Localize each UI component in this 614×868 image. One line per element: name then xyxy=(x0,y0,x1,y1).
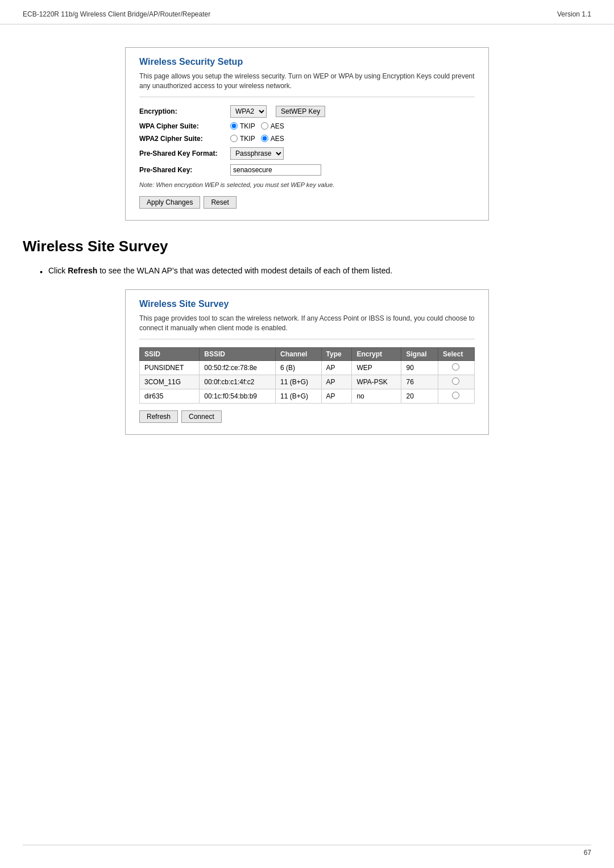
cell-bssid: 00:0f:cb:c1:4f:c2 xyxy=(200,375,276,389)
wpa2-aes-radio[interactable] xyxy=(261,135,268,142)
wpa2-tkip-label: TKIP xyxy=(240,135,255,143)
security-panel-title: Wireless Security Setup xyxy=(139,57,475,67)
table-row: 3COM_11G 00:0f:cb:c1:4f:c2 11 (B+G) AP W… xyxy=(140,375,475,389)
wep-note: Note: When encryption WEP is selected, y… xyxy=(139,181,475,188)
apply-changes-button[interactable]: Apply Changes xyxy=(139,196,200,209)
cell-channel: 6 (B) xyxy=(276,360,322,375)
bullet-symbol: ▪ xyxy=(40,265,43,278)
cell-encrypt: no xyxy=(352,389,401,403)
cell-select[interactable] xyxy=(438,375,475,389)
wpa-cipher-label: WPA Cipher Suite: xyxy=(139,122,230,130)
select-radio-0[interactable] xyxy=(452,363,459,371)
wpa-cipher-row: WPA Cipher Suite: TKIP AES xyxy=(139,122,475,130)
psk-format-label: Pre-Shared Key Format: xyxy=(139,149,230,157)
cell-select[interactable] xyxy=(438,389,475,403)
refresh-button[interactable]: Refresh xyxy=(139,410,178,423)
col-encrypt: Encrypt xyxy=(352,347,401,360)
col-signal: Signal xyxy=(401,347,438,360)
security-buttons: Apply Changes Reset xyxy=(139,196,475,209)
cell-ssid: 3COM_11G xyxy=(140,375,200,389)
site-survey-bullet: ▪ Click Refresh to see the WLAN AP’s tha… xyxy=(40,264,591,278)
security-panel-desc: This page allows you setup the wireless … xyxy=(139,72,475,97)
cell-type: AP xyxy=(321,375,352,389)
cell-signal: 76 xyxy=(401,375,438,389)
select-radio-1[interactable] xyxy=(452,377,459,385)
site-survey-panel-title: Wireless Site Survey xyxy=(139,299,475,309)
wpa-tkip-radio[interactable] xyxy=(230,122,238,130)
psk-row: Pre-Shared Key: xyxy=(139,164,475,176)
wpa-aes-radio[interactable] xyxy=(261,122,268,130)
refresh-bold: Refresh xyxy=(68,266,97,275)
col-select: Select xyxy=(438,347,475,360)
bullet-content: Click Refresh to see the WLAN AP’s that … xyxy=(48,264,392,277)
table-header-row: SSID BSSID Channel Type Encrypt Signal S… xyxy=(140,347,475,360)
cell-type: AP xyxy=(321,389,352,403)
site-survey-panel: Wireless Site Survey This page provides … xyxy=(125,289,489,435)
wpa-aes-option[interactable]: AES xyxy=(261,122,284,130)
cell-encrypt: WEP xyxy=(352,360,401,375)
header-left: ECB-1220R 11b/g Wireless Client Bridge/A… xyxy=(23,10,210,18)
header-right: Version 1.1 xyxy=(557,10,591,18)
col-ssid: SSID xyxy=(140,347,200,360)
wpa-tkip-option[interactable]: TKIP xyxy=(230,122,255,130)
page-number: 67 xyxy=(584,849,591,857)
select-radio-2[interactable] xyxy=(452,392,459,399)
psk-label: Pre-Shared Key: xyxy=(139,166,230,174)
cell-encrypt: WPA-PSK xyxy=(352,375,401,389)
security-panel: Wireless Security Setup This page allows… xyxy=(125,47,489,221)
cell-bssid: 00:1c:f0:54:bb:b9 xyxy=(200,389,276,403)
wpa2-aes-option[interactable]: AES xyxy=(261,135,284,143)
wpa2-aes-label: AES xyxy=(271,135,284,143)
cell-ssid: PUNSIDNET xyxy=(140,360,200,375)
cell-ssid: dir635 xyxy=(140,389,200,403)
page-footer: 67 xyxy=(23,845,591,857)
wpa2-cipher-row: WPA2 Cipher Suite: TKIP AES xyxy=(139,135,475,143)
connect-button[interactable]: Connect xyxy=(181,410,222,423)
psk-format-select[interactable]: Passphrase Hex xyxy=(230,147,284,160)
table-row: PUNSIDNET 00:50:f2:ce:78:8e 6 (B) AP WEP… xyxy=(140,360,475,375)
reset-button[interactable]: Reset xyxy=(204,196,236,209)
wpa2-tkip-radio[interactable] xyxy=(230,135,238,142)
cell-signal: 90 xyxy=(401,360,438,375)
col-channel: Channel xyxy=(276,347,322,360)
bullet-after: to see the WLAN AP’s that was detected w… xyxy=(97,266,392,275)
site-survey-panel-desc: This page provides tool to scan the wire… xyxy=(139,314,475,339)
survey-buttons: Refresh Connect xyxy=(139,410,475,423)
cell-channel: 11 (B+G) xyxy=(276,375,322,389)
cell-select[interactable] xyxy=(438,360,475,375)
encryption-label: Encryption: xyxy=(139,107,230,115)
wpa2-cipher-label: WPA2 Cipher Suite: xyxy=(139,135,230,143)
wpa2-tkip-option[interactable]: TKIP xyxy=(230,135,255,143)
psk-format-row: Pre-Shared Key Format: Passphrase Hex xyxy=(139,147,475,160)
site-survey-table: SSID BSSID Channel Type Encrypt Signal S… xyxy=(139,347,475,404)
table-row: dir635 00:1c:f0:54:bb:b9 11 (B+G) AP no … xyxy=(140,389,475,403)
encryption-select[interactable]: WPA2 WEP WPA None xyxy=(230,105,267,118)
cell-channel: 11 (B+G) xyxy=(276,389,322,403)
cell-bssid: 00:50:f2:ce:78:8e xyxy=(200,360,276,375)
set-wep-key-button[interactable]: SetWEP Key xyxy=(276,106,325,117)
wpa-tkip-label: TKIP xyxy=(240,122,255,130)
cell-type: AP xyxy=(321,360,352,375)
cell-signal: 20 xyxy=(401,389,438,403)
site-survey-section-title: Wireless Site Survey xyxy=(23,238,591,255)
wpa-aes-label: AES xyxy=(271,122,284,130)
psk-input[interactable] xyxy=(230,164,321,176)
col-bssid: BSSID xyxy=(200,347,276,360)
encryption-row: Encryption: WPA2 WEP WPA None SetWEP Key xyxy=(139,105,475,118)
col-type: Type xyxy=(321,347,352,360)
